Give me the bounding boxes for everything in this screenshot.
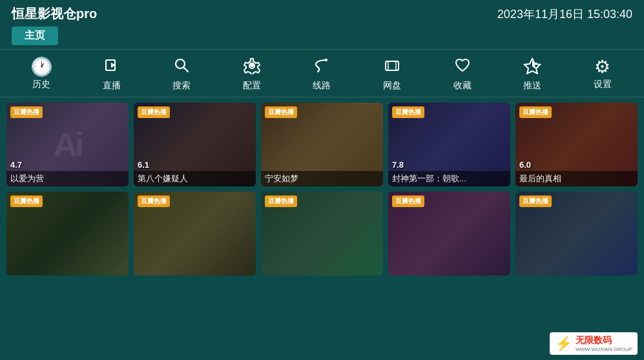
push-icon — [523, 56, 541, 77]
score-2: 6.1 — [138, 160, 149, 170]
svg-rect-5 — [386, 61, 399, 70]
card-3[interactable]: 豆瓣热播 宁安如梦 — [261, 103, 383, 186]
header: 恒星影视仓pro 2023年11月16日 15:03:40 — [0, 0, 644, 26]
badge-2: 豆瓣热播 — [138, 106, 170, 118]
badge-6: 豆瓣热播 — [10, 195, 43, 207]
nav-push-label: 推送 — [523, 80, 541, 92]
nav-cloud[interactable]: 网盘 — [369, 56, 415, 92]
card-row-2: 豆瓣热播 豆瓣热播 豆瓣热播 豆瓣热播 豆瓣热播 — [6, 192, 638, 275]
nav-cloud-label: 网盘 — [383, 80, 401, 92]
nav-settings-label: 设置 — [594, 79, 612, 90]
home-tab[interactable]: 主页 — [12, 26, 58, 45]
nav-search[interactable]: 搜索 — [159, 56, 204, 92]
nav-favorite[interactable]: 收藏 — [440, 56, 485, 92]
card-9[interactable]: 豆瓣热播 — [388, 192, 510, 275]
svg-point-4 — [250, 63, 254, 67]
nav-route[interactable]: 线路 — [299, 56, 344, 92]
svg-line-3 — [184, 68, 189, 72]
badge-7: 豆瓣热播 — [138, 195, 170, 207]
card-7[interactable]: 豆瓣热播 — [134, 192, 256, 275]
datetime: 2023年11月16日 15:03:40 — [497, 6, 632, 22]
nav-live-label: 直播 — [103, 80, 121, 92]
card-1[interactable]: Ai 豆瓣热播 4.7 以爱为营 — [6, 103, 129, 186]
score-4: 7.8 — [392, 160, 404, 170]
nav-search-label: 搜索 — [172, 80, 191, 92]
card-row-1: Ai 豆瓣热播 4.7 以爱为营 豆瓣热播 6.1 第八个嫌疑人 豆瓣热播 宁安… — [6, 103, 638, 186]
nav-route-label: 线路 — [313, 80, 331, 92]
badge-5: 豆瓣热播 — [519, 106, 552, 118]
badge-4: 豆瓣热播 — [392, 106, 424, 118]
watermark-text-block: 无限数码 WWW.WUXIAN GROUP — [576, 335, 632, 352]
badge-10: 豆瓣热播 — [519, 195, 552, 207]
route-icon — [313, 56, 331, 77]
nav-history-label: 历史 — [32, 79, 50, 90]
history-icon: 🕐 — [30, 58, 53, 76]
badge-1: 豆瓣热播 — [10, 106, 43, 118]
search-icon — [172, 56, 191, 77]
badge-9: 豆瓣热播 — [392, 195, 424, 207]
watermark-icon: ⚡ — [555, 335, 572, 352]
cloud-icon — [383, 56, 401, 77]
live-icon — [103, 56, 121, 77]
app-title: 恒星影视仓pro — [12, 5, 97, 23]
watermark-main: 无限数码 — [576, 335, 632, 346]
card-title-5: 最后的真相 — [515, 171, 638, 186]
config-icon — [243, 56, 261, 77]
watermark-sub: WWW.WUXIAN GROUP — [576, 346, 632, 352]
nav-settings[interactable]: ⚙ 设置 — [580, 58, 625, 90]
content-area: Ai 豆瓣热播 4.7 以爱为营 豆瓣热播 6.1 第八个嫌疑人 豆瓣热播 宁安… — [0, 97, 644, 281]
card-8[interactable]: 豆瓣热播 — [261, 192, 383, 275]
heart-icon — [453, 56, 472, 77]
ai-watermark: Ai — [54, 125, 82, 164]
card-6[interactable]: 豆瓣热播 — [6, 192, 129, 275]
card-10[interactable]: 豆瓣热播 — [515, 192, 638, 275]
nav-config[interactable]: 配置 — [229, 56, 275, 92]
badge-3: 豆瓣热播 — [265, 106, 297, 118]
watermark: ⚡ 无限数码 WWW.WUXIAN GROUP — [550, 332, 638, 355]
nav-favorite-label: 收藏 — [453, 80, 472, 92]
card-4[interactable]: 豆瓣热播 7.8 封神第一部：朝歌... — [388, 103, 510, 186]
card-title-3: 宁安如梦 — [261, 171, 383, 186]
nav-config-label: 配置 — [243, 80, 261, 92]
nav-bar: 🕐 历史 直播 搜索 配置 线路 网盘 收藏 — [0, 49, 644, 97]
card-5[interactable]: 豆瓣热播 6.0 最后的真相 — [515, 103, 638, 186]
settings-icon: ⚙ — [594, 58, 610, 76]
card-title-2: 第八个嫌疑人 — [134, 171, 256, 186]
card-title-4: 封神第一部：朝歌... — [388, 171, 510, 186]
home-tab-bar: 主页 — [0, 26, 644, 49]
badge-8: 豆瓣热播 — [265, 195, 297, 207]
score-1: 4.7 — [10, 160, 22, 170]
nav-history[interactable]: 🕐 历史 — [19, 58, 64, 90]
nav-live[interactable]: 直播 — [89, 56, 134, 92]
card-title-1: 以爱为营 — [6, 171, 129, 186]
score-5: 6.0 — [519, 160, 531, 170]
card-2[interactable]: 豆瓣热播 6.1 第八个嫌疑人 — [134, 103, 256, 186]
nav-push[interactable]: 推送 — [510, 56, 555, 92]
